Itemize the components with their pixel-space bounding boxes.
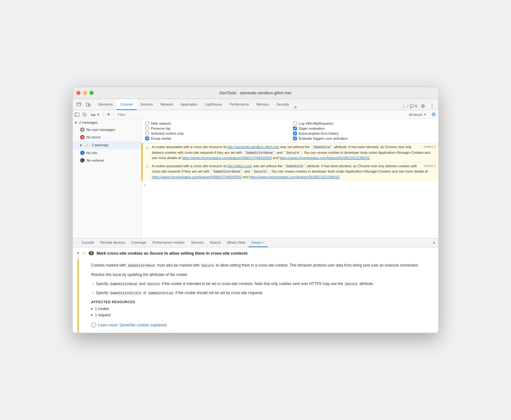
option-group-similar[interactable]: Group similar [145,137,287,140]
option-log-xml[interactable]: Log XMLHttpRequests [293,122,435,125]
minimize-button[interactable] [83,91,87,95]
device-icon[interactable] [85,101,92,108]
msg1-url2[interactable]: https://www.chromestatus.com/feature/508… [182,156,272,160]
console-sidebar: ▶ 2 messages No user messages ✕ No error… [73,119,142,238]
checkbox-autocomplete-history[interactable] [293,132,297,135]
code-secure-2: Secure [147,282,161,286]
context-selector[interactable]: top ▼ [89,112,101,117]
checkbox-preserve-log[interactable] [145,127,149,130]
console-content: ▶ 2 messages No user messages ✕ No error… [73,119,438,238]
warning-icon-1: ⚠ [145,145,150,150]
msg2-url2[interactable]: https://www.chromestatus.com/feature/508… [152,175,242,179]
close-panel-button[interactable]: × [431,240,437,245]
msg2-url3[interactable]: https://www.chromestatus.com/feature/563… [250,175,339,179]
sidebar-item-user-messages[interactable]: No user messages [73,126,141,133]
filter-input[interactable] [116,112,405,117]
tab-lighthouse[interactable]: Lighthouse [201,99,226,110]
msg2-url1[interactable]: http://glitch.com/ [227,164,252,168]
issue-header-1[interactable]: ▼ ⚠ 1 Mark cross-site cookies as Secure … [73,247,438,259]
warnings-icon: ⚠ [85,143,90,148]
bottom-tab-coverage[interactable]: Coverage [128,238,149,247]
checkbox-log-xml[interactable] [293,122,297,125]
bottom-tab-whats-new[interactable]: What's New [224,238,248,247]
option-selected-context[interactable]: Selected context only [145,132,287,135]
maximize-button[interactable] [90,91,94,95]
drag-handle[interactable]: ⋮⋮ [74,240,78,246]
autocomplete-history-label: Autocomplete from history [299,132,339,135]
checkbox-selected-context[interactable] [145,132,149,135]
issue-body: Cookies marked with SameSite=None must a… [78,259,438,333]
msg2-source[interactable]: (index):1 [424,163,436,168]
eye-icon[interactable]: 👁 [106,111,112,118]
log-levels-dropdown[interactable]: All levels ▼ [406,112,429,117]
issues-tab-close[interactable]: × [263,241,265,244]
option-preserve-log[interactable]: Preserve log [145,127,287,130]
tab-performance[interactable]: Performance [226,99,253,110]
console-layout-icon[interactable] [74,111,80,118]
info-count: 5 [415,104,417,108]
checkbox-evaluate-triggers[interactable] [293,137,297,140]
clear-console-icon[interactable] [81,111,88,118]
hide-network-label: Hide network [151,122,171,125]
tab-memory[interactable]: Memory [253,99,273,110]
tab-sources[interactable]: Sources [137,99,157,110]
issue-bullet-1: → Specify SameSite=None and Secure if th… [91,281,432,287]
issue-count: 1 [89,251,94,255]
bottom-tab-remote-devices[interactable]: Remote devices [97,238,128,247]
issue-warning-icon: ⚠ [82,251,86,256]
checkbox-hide-network[interactable] [145,122,149,125]
option-autocomplete-history[interactable]: Autocomplete from history [293,132,435,135]
sidebar-item-warnings[interactable]: ▶ ⚠ 2 warnings [73,141,141,149]
title-bar: DevTools - samesite-sandbox.glitch.me/ [73,87,438,99]
tab-console[interactable]: Console [116,99,137,110]
tab-application[interactable]: Application [177,99,201,110]
message-text-2: A cookie associated with a cross-site re… [152,163,436,180]
issue-title: Mark cross-site cookies as Secure to all… [96,251,248,256]
option-hide-network[interactable]: Hide network [145,122,287,125]
warning-triangle-icon: ⚠ [402,104,406,109]
more-tabs-icon[interactable]: » [293,104,298,110]
msg1-source1[interactable]: (index):1 [424,144,436,149]
msg1-url3[interactable]: https://www.chromestatus.com/feature/563… [280,156,369,160]
warnings-label: 2 warnings [92,143,108,147]
bottom-tab-performance-monitor[interactable]: Performance monitor [149,238,188,247]
sidebar-item-messages[interactable]: ▶ 2 messages [73,119,141,126]
option-eager-eval[interactable]: Eager evaluation [293,127,435,130]
arrow-right-2: → [91,291,95,295]
checkbox-options-bar: Hide network Log XMLHttpRequests Preserv… [142,119,438,143]
tab-elements[interactable]: Elements [95,99,116,110]
tab-bar-right: ⚠ 2 💬 5 ⚙ ⋮ [402,102,438,110]
tab-security[interactable]: Security [273,99,293,110]
svg-rect-0 [77,103,81,106]
console-input-caret[interactable]: › [142,181,438,188]
bottom-tab-console[interactable]: Console [78,238,97,247]
sidebar-item-errors[interactable]: ✕ No errors [73,133,141,141]
sidebar-item-verbose[interactable]: 🐛 No verbose [73,157,141,164]
console-settings-icon[interactable]: ⚙ [430,111,437,117]
console-toolbar: top ▼ 👁 All levels ▼ ⚙ [73,110,438,119]
checkbox-eager-eval[interactable] [293,127,297,130]
expand-arrow-messages: ▶ [75,121,77,124]
tab-network[interactable]: Network [157,99,177,110]
bottom-tab-sensors[interactable]: Sensors [188,238,207,247]
affected-item-request[interactable]: 1 request [91,312,432,318]
issues-tab-label: Issues [251,241,261,244]
user-messages-label: No user messages [86,128,115,132]
msg1-url1[interactable]: http://samesite-sandbox.glitch.me/ [227,145,279,149]
eager-eval-label: Eager evaluation [299,127,325,130]
bottom-tab-search[interactable]: Search [207,238,224,247]
settings-button[interactable]: ⚙ [419,102,426,110]
close-button[interactable] [76,91,80,95]
info-label: No info [86,151,97,155]
checkbox-group-similar[interactable] [145,137,149,140]
sidebar-item-info[interactable]: i No info [73,149,141,157]
inspect-icon[interactable] [75,101,83,108]
warning-count-badge[interactable]: ⚠ 2 💬 5 [402,104,417,109]
code-samesite-none-2: SameSite=None [109,282,138,286]
option-evaluate-triggers[interactable]: Evaluate triggers user activation [293,137,435,140]
learn-more-link[interactable]: → Learn more: SameSite cookies explained [91,323,167,328]
affected-resources-title: AFFECTED RESOURCES [91,300,432,304]
more-options-button[interactable]: ⋮ [428,102,436,110]
bottom-tab-issues[interactable]: Issues × [248,238,268,247]
affected-item-cookie[interactable]: 1 cookie [91,306,432,312]
